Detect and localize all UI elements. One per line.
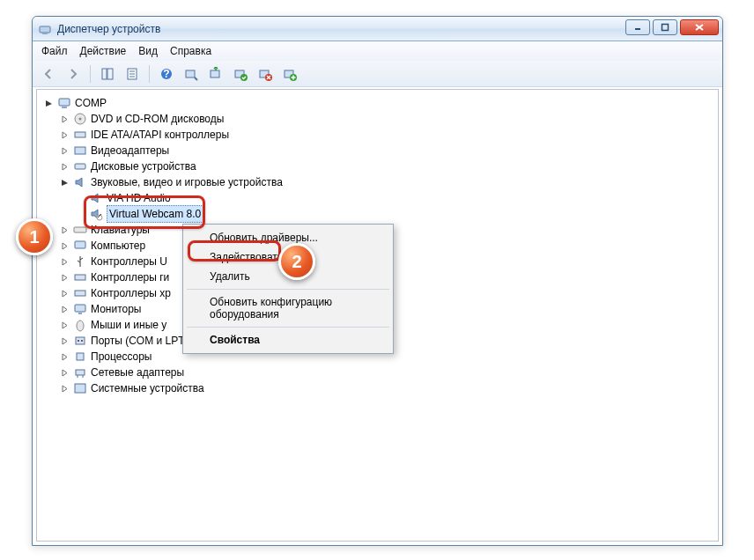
tree-item[interactable]: DVD и CD-ROM дисководы bbox=[60, 111, 714, 127]
forward-button[interactable] bbox=[63, 63, 84, 85]
separator bbox=[187, 327, 389, 328]
properties-button[interactable] bbox=[122, 63, 143, 85]
sound-icon bbox=[73, 175, 87, 189]
network-icon bbox=[73, 365, 87, 379]
expand-icon[interactable] bbox=[60, 241, 70, 251]
disk-icon bbox=[73, 159, 87, 173]
scan-button[interactable] bbox=[181, 63, 202, 85]
tree-label: DVD и CD-ROM дисководы bbox=[91, 111, 224, 127]
svg-rect-35 bbox=[75, 241, 85, 248]
separator bbox=[187, 289, 389, 290]
tree-label: Видеоадаптеры bbox=[91, 143, 169, 158]
tree-label: Контроллеры ги bbox=[91, 269, 169, 285]
collapse-icon[interactable] bbox=[44, 99, 54, 108]
svg-rect-44 bbox=[77, 353, 84, 360]
annotation-badge-2: 2 bbox=[278, 243, 315, 280]
display-adapter-icon bbox=[73, 144, 87, 158]
tree-label: Контроллеры хр bbox=[91, 285, 171, 301]
menu-view[interactable]: Вид bbox=[138, 45, 158, 57]
expand-icon[interactable] bbox=[60, 146, 70, 156]
tree-item[interactable]: Сетевые адаптеры bbox=[60, 365, 714, 380]
separator bbox=[90, 65, 91, 83]
expand-icon[interactable] bbox=[60, 289, 70, 298]
show-hide-tree-button[interactable] bbox=[97, 63, 118, 85]
tree-item[interactable]: IDE ATA/ATAPI контроллеры bbox=[60, 127, 714, 143]
keyboard-icon bbox=[73, 223, 87, 237]
toolbar: ? bbox=[33, 61, 722, 87]
svg-rect-27 bbox=[62, 107, 67, 108]
expand-icon[interactable] bbox=[60, 368, 70, 378]
tree-label: Компьютер bbox=[91, 238, 145, 254]
expand-icon[interactable] bbox=[60, 162, 70, 172]
tree-label: VIA HD Audio bbox=[107, 190, 171, 206]
expand-icon[interactable] bbox=[60, 225, 70, 235]
expand-icon[interactable] bbox=[60, 321, 70, 330]
expand-icon[interactable] bbox=[60, 352, 70, 362]
window-buttons bbox=[625, 19, 719, 35]
tree-item-sound[interactable]: Звуковые, видео и игровые устройства VIA… bbox=[60, 174, 714, 222]
expand-icon[interactable] bbox=[60, 336, 70, 346]
add-legacy-button[interactable] bbox=[279, 63, 300, 85]
separator bbox=[149, 65, 150, 83]
tree-label: Сетевые адаптеры bbox=[91, 365, 184, 380]
expand-icon[interactable] bbox=[60, 384, 70, 394]
ctx-rescan[interactable]: Обновить конфигурацию оборудования bbox=[185, 292, 391, 324]
svg-rect-38 bbox=[75, 305, 85, 312]
tree-item-selected[interactable]: Virtual Webcam 8.0 bbox=[76, 206, 714, 222]
mouse-icon bbox=[73, 318, 87, 332]
enable-button[interactable] bbox=[230, 63, 251, 85]
menu-action[interactable]: Действие bbox=[80, 45, 127, 57]
tree-label: Мониторы bbox=[91, 301, 141, 317]
back-button[interactable] bbox=[38, 63, 59, 85]
svg-rect-0 bbox=[40, 26, 50, 33]
svg-rect-34 bbox=[74, 227, 86, 232]
svg-rect-6 bbox=[102, 69, 107, 79]
svg-rect-37 bbox=[75, 291, 85, 296]
monitor-icon bbox=[73, 302, 87, 316]
maximize-button[interactable] bbox=[653, 19, 677, 35]
tree-label: Мыши и иные у bbox=[91, 317, 166, 333]
svg-rect-15 bbox=[211, 70, 219, 77]
tree-label: Порты (COM и LPT) bbox=[91, 333, 188, 349]
collapse-icon[interactable] bbox=[60, 178, 70, 188]
close-button[interactable] bbox=[680, 19, 719, 35]
tree-label: IDE ATA/ATAPI контроллеры bbox=[91, 127, 229, 143]
menu-file[interactable]: Файл bbox=[41, 45, 68, 57]
minimize-button[interactable] bbox=[625, 19, 650, 35]
svg-rect-30 bbox=[75, 132, 85, 137]
titlebar[interactable]: Диспетчер устройств bbox=[33, 17, 722, 41]
tree-label: COMP bbox=[75, 95, 107, 111]
svg-rect-31 bbox=[75, 147, 85, 154]
ctx-properties[interactable]: Свойства bbox=[185, 330, 391, 350]
sound-icon bbox=[89, 191, 103, 205]
expand-icon[interactable] bbox=[60, 273, 70, 283]
expand-icon[interactable] bbox=[60, 130, 70, 140]
tree-label: Звуковые, видео и игровые устройства bbox=[91, 174, 283, 190]
tree-label: Клавиатуры bbox=[91, 222, 150, 238]
svg-rect-7 bbox=[107, 69, 113, 79]
uninstall-button[interactable] bbox=[255, 63, 276, 85]
menubar: Файл Действие Вид Справка bbox=[33, 41, 722, 61]
update-driver-button[interactable] bbox=[205, 63, 226, 85]
svg-rect-48 bbox=[75, 384, 85, 393]
tree-item[interactable]: VIA HD Audio bbox=[76, 190, 714, 206]
svg-point-42 bbox=[78, 340, 79, 342]
svg-rect-32 bbox=[75, 164, 85, 169]
cpu-icon bbox=[73, 350, 87, 364]
help-button[interactable]: ? bbox=[156, 63, 177, 85]
expand-icon[interactable] bbox=[60, 305, 70, 314]
svg-rect-45 bbox=[76, 370, 85, 375]
tree-item[interactable]: Дисковые устройства bbox=[60, 158, 714, 174]
svg-rect-39 bbox=[78, 313, 82, 314]
tree-item[interactable]: Системные устройства bbox=[60, 380, 714, 396]
system-icon bbox=[73, 381, 87, 395]
tree-item[interactable]: Видеоадаптеры bbox=[60, 143, 714, 158]
port-icon bbox=[73, 334, 87, 348]
tree-label: Контроллеры U bbox=[91, 254, 167, 269]
cdrom-icon bbox=[73, 112, 87, 126]
svg-rect-3 bbox=[662, 25, 669, 31]
expand-icon[interactable] bbox=[60, 114, 70, 124]
sound-icon bbox=[89, 207, 103, 221]
menu-help[interactable]: Справка bbox=[170, 45, 211, 57]
expand-icon[interactable] bbox=[60, 257, 70, 267]
